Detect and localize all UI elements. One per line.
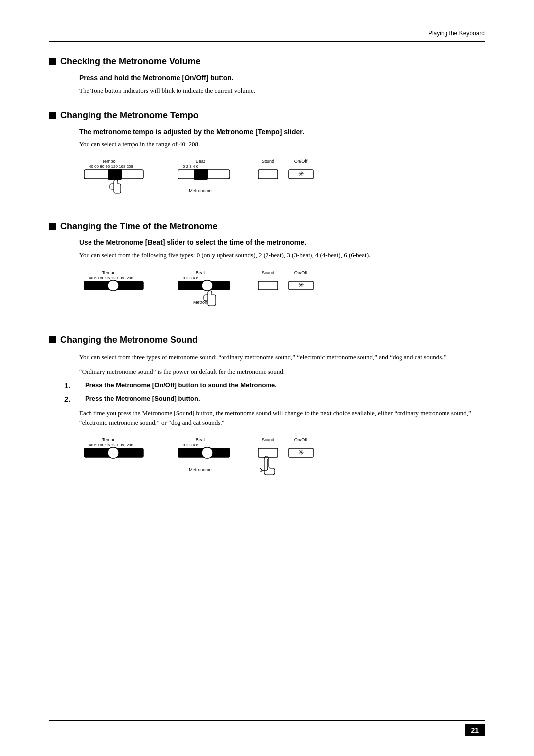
- svg-text:Beat: Beat: [196, 437, 205, 442]
- svg-text:✳: ✳: [298, 281, 304, 289]
- svg-text:On/Off: On/Off: [294, 437, 308, 442]
- step-1-content: Press the Metronome [On/Off] button to s…: [85, 381, 485, 389]
- svg-rect-41: [258, 448, 278, 457]
- step-2-text: Press the Metronome [Sound] button.: [85, 395, 200, 402]
- svg-text:0   2   3   4   6: 0 2 3 4 6: [183, 164, 199, 169]
- section-title: Checking the Metronome Volume: [60, 56, 201, 67]
- svg-text:On/Off: On/Off: [294, 270, 308, 275]
- section-title-3: Changing the Time of the Metronome: [60, 221, 218, 232]
- body-text-volume: The Tone button indicators will blink to…: [79, 86, 485, 95]
- section-changing-tempo: Changing the Metronome Tempo: [49, 110, 485, 121]
- bullet-icon-4: [49, 336, 56, 343]
- svg-rect-7: [194, 169, 208, 180]
- svg-text:Tempo: Tempo: [102, 270, 115, 275]
- bullet-icon-3: [49, 223, 56, 230]
- svg-text:Tempo: Tempo: [102, 159, 115, 164]
- svg-text:Tempo: Tempo: [102, 437, 115, 442]
- section-changing-time: Changing the Time of the Metronome: [49, 221, 485, 232]
- step-2-content: Press the Metronome [Sound] button.: [85, 395, 485, 403]
- svg-text:✳: ✳: [298, 170, 304, 178]
- svg-text:Sound: Sound: [262, 437, 274, 442]
- metronome-diagram-2: Tempo 40 60 80 96 120 168 208 Beat 0 2 3…: [79, 268, 366, 320]
- bullet-icon: [49, 58, 56, 65]
- header-text: Playing the Keyboard: [428, 30, 485, 37]
- svg-rect-3: [108, 169, 122, 180]
- metronome-diagram-1: Tempo 40 60 80 96 120 168 208 Beat 0 2 3…: [79, 157, 366, 206]
- svg-text:Metronome: Metronome: [189, 189, 212, 193]
- diagram-sound: Tempo 40 60 80 96 120 168 208 Beat 0 2 3…: [79, 435, 455, 495]
- svg-text:40 60 80 96 120 168 208: 40 60 80 96 120 168 208: [89, 276, 134, 280]
- diagram-beat: Tempo 40 60 80 96 120 168 208 Beat 0 2 3…: [79, 268, 455, 320]
- step-1-row: 1. Press the Metronome [On/Off] button t…: [64, 381, 485, 390]
- page-number: 21: [465, 724, 485, 736]
- svg-rect-25: [258, 281, 278, 290]
- svg-rect-39: [202, 447, 213, 458]
- section-title-2: Changing the Metronome Tempo: [60, 110, 199, 121]
- sub-heading-volume: Press and hold the Metronome [On/Off] bu…: [79, 74, 485, 82]
- svg-text:Metronome: Metronome: [189, 467, 212, 472]
- section-changing-sound: Changing the Metronome Sound: [49, 335, 485, 345]
- page-container: Playing the Keyboard Checking the Metron…: [0, 0, 534, 756]
- svg-rect-34: [108, 447, 119, 458]
- body-text-time: You can select from the following five t…: [79, 250, 485, 260]
- metronome-diagram-3: Tempo 40 60 80 96 120 168 208 Beat 0 2 3…: [79, 435, 366, 495]
- svg-text:0   2   3   4   6: 0 2 3 4 6: [183, 443, 199, 447]
- step-1-number: 1.: [64, 381, 79, 390]
- body-text-tempo: You can select a tempo in the range of 4…: [79, 140, 485, 149]
- svg-rect-18: [108, 280, 119, 291]
- svg-text:0   2   3   4   6: 0 2 3 4 6: [183, 276, 199, 280]
- page-header: Playing the Keyboard: [49, 30, 485, 42]
- bottom-border: [49, 720, 485, 721]
- step-2-number: 2.: [64, 395, 79, 403]
- svg-text:Beat: Beat: [196, 270, 205, 275]
- step-2-row: 2. Press the Metronome [Sound] button.: [64, 395, 485, 403]
- sub-heading-time: Use the Metronome [Beat] slider to selec…: [79, 238, 485, 246]
- section-title-4: Changing the Metronome Sound: [60, 335, 198, 345]
- svg-rect-23: [202, 280, 213, 291]
- svg-rect-9: [258, 170, 278, 179]
- body-text-sound-3: Each time you press the Metronome [Sound…: [79, 408, 485, 427]
- step-1-text: Press the Metronome [On/Off] button to s…: [85, 381, 277, 389]
- section-checking-volume: Checking the Metronome Volume: [49, 56, 485, 67]
- sub-heading-tempo: The metronome tempo is adjusted by the M…: [79, 128, 485, 136]
- svg-text:Sound: Sound: [262, 270, 274, 275]
- body-text-sound-1: You can select from three types of metro…: [79, 352, 485, 362]
- svg-text:Beat: Beat: [196, 159, 205, 164]
- svg-text:40 60 80 96 120 168 208: 40 60 80 96 120 168 208: [89, 443, 134, 447]
- diagram-tempo: Tempo 40 60 80 96 120 168 208 Beat 0 2 3…: [79, 157, 455, 206]
- svg-text:Sound: Sound: [262, 159, 274, 164]
- svg-text:40 60 80 96 120 168 208: 40 60 80 96 120 168 208: [89, 164, 134, 169]
- svg-text:On/Off: On/Off: [294, 159, 308, 164]
- bullet-icon-2: [49, 112, 56, 119]
- svg-text:✳: ✳: [298, 448, 304, 456]
- body-text-sound-2: “Ordinary metronome sound” is the power-…: [79, 367, 485, 377]
